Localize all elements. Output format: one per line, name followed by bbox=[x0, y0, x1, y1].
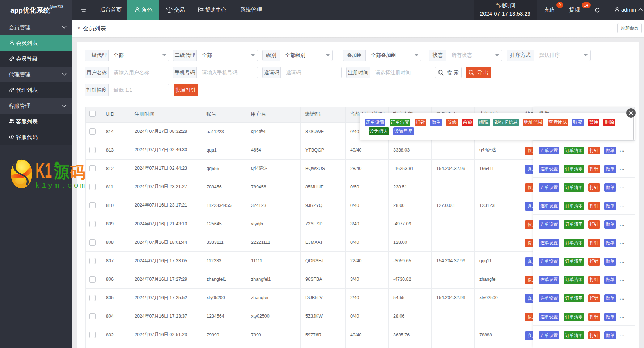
svg-text:码: 码 bbox=[69, 164, 85, 181]
svg-text:K1: K1 bbox=[35, 159, 52, 182]
svg-text:源: 源 bbox=[54, 164, 70, 181]
svg-text:k1ym.com: k1ym.com bbox=[35, 182, 86, 190]
